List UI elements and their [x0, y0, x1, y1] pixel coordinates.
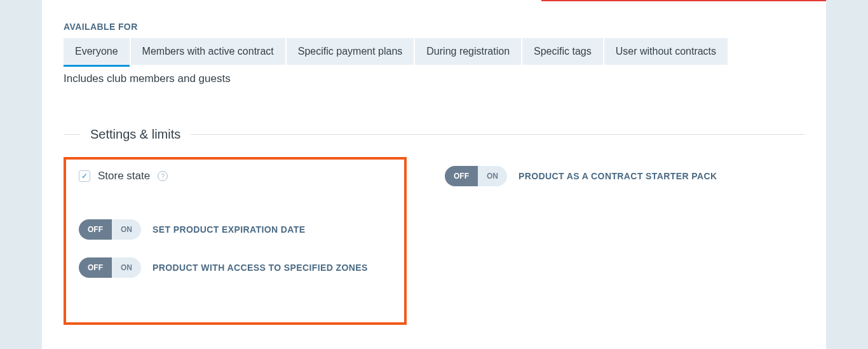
starter-pack-toggle-label: PRODUCT AS A CONTRACT STARTER PACK: [519, 171, 717, 181]
zones-toggle-row: OFF ON PRODUCT WITH ACCESS TO SPECIFIED …: [79, 257, 391, 278]
settings-grid: ✓ Store state ? OFF ON SET PRODUCT EXPIR…: [64, 157, 804, 325]
settings-left-highlight-box: ✓ Store state ? OFF ON SET PRODUCT EXPIR…: [64, 157, 407, 325]
settings-limits-title: Settings & limits: [90, 127, 180, 142]
expiration-toggle[interactable]: OFF ON: [79, 219, 141, 240]
tab-specific-payment-plans[interactable]: Specific payment plans: [287, 38, 414, 65]
expiration-toggle-label: SET PRODUCT EXPIRATION DATE: [153, 224, 306, 235]
zones-toggle[interactable]: OFF ON: [79, 257, 141, 278]
divider-line-left: [64, 134, 80, 135]
starter-pack-toggle[interactable]: OFF ON: [445, 166, 507, 186]
settings-limits-divider: Settings & limits: [64, 127, 804, 142]
tab-during-registration[interactable]: During registration: [415, 38, 521, 65]
toggle-on-segment: ON: [112, 257, 141, 278]
store-state-label: Store state: [98, 170, 150, 182]
available-for-description: Includes club members and guests: [64, 72, 804, 85]
zones-toggle-label: PRODUCT WITH ACCESS TO SPECIFIED ZONES: [153, 263, 368, 273]
expiration-toggle-row: OFF ON SET PRODUCT EXPIRATION DATE: [79, 219, 391, 240]
toggle-off-segment: OFF: [79, 219, 112, 240]
tab-user-without-contracts[interactable]: User without contracts: [604, 38, 728, 65]
page-container: AVAILABLE FOR Everyone Members with acti…: [42, 0, 826, 349]
toggle-off-segment: OFF: [79, 257, 112, 278]
check-icon: ✓: [81, 172, 88, 180]
settings-right-column: OFF ON PRODUCT AS A CONTRACT STARTER PAC…: [445, 157, 717, 325]
starter-pack-toggle-row: OFF ON PRODUCT AS A CONTRACT STARTER PAC…: [445, 166, 717, 186]
store-state-checkbox[interactable]: ✓: [79, 170, 90, 182]
toggle-off-segment: OFF: [445, 166, 478, 186]
available-for-tabs: Everyone Members with active contract Sp…: [64, 38, 804, 65]
divider-line-right: [191, 134, 804, 135]
help-icon[interactable]: ?: [158, 171, 168, 181]
tab-specific-tags[interactable]: Specific tags: [522, 38, 603, 65]
tab-members-active-contract[interactable]: Members with active contract: [131, 38, 285, 65]
top-red-indicator: [541, 0, 826, 1]
store-state-row: ✓ Store state ?: [79, 170, 391, 182]
tab-everyone[interactable]: Everyone: [64, 38, 130, 65]
toggle-on-segment: ON: [112, 219, 141, 240]
available-for-label: AVAILABLE FOR: [64, 0, 804, 32]
toggle-on-segment: ON: [478, 166, 507, 186]
